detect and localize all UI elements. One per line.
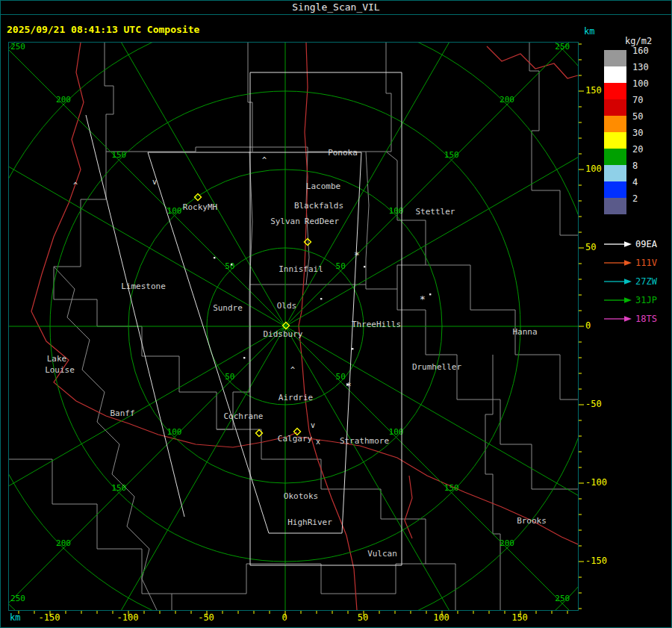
county-boundary <box>105 43 113 152</box>
county-boundary <box>426 265 578 400</box>
radar-map[interactable]: 5010015020025050100150200250501001502002… <box>8 42 579 611</box>
city-label: Sundre <box>213 303 243 313</box>
radar-id-label: 31JP <box>635 295 657 305</box>
range-label: 250 <box>555 43 570 52</box>
marker-caret-up-icon: ^ <box>262 156 267 164</box>
city-label: Stettler <box>416 207 455 217</box>
range-label: 150 <box>111 150 126 160</box>
range-label: 150 <box>444 483 459 493</box>
legend-unit-label: kg/m2 <box>625 36 652 46</box>
radar-app-window: Single_Scan_VIL 2025/09/21 08:41:13 UTC … <box>0 0 672 628</box>
scan-timestamp: 2025/09/21 08:41:13 UTC Composite <box>7 24 199 35</box>
scale-value-label: 4 <box>632 177 638 187</box>
radar-arrow-icon <box>603 277 634 286</box>
town-dot-icon <box>346 384 348 385</box>
scale-value-label: 20 <box>632 144 643 155</box>
scale-value-label: 130 <box>632 62 649 72</box>
city-label: HighRiver <box>287 517 332 527</box>
scan-coverage-outline <box>86 115 184 517</box>
scale-color-swatch <box>604 165 626 181</box>
radar-arrow-icon <box>603 296 634 305</box>
county-boundary <box>172 564 426 594</box>
city-label: Ponoka <box>328 148 358 158</box>
city-label: Banff <box>110 408 134 418</box>
range-label: 250 <box>555 594 570 603</box>
radar-id-label: 27ZW <box>635 276 657 287</box>
range-label: 100 <box>167 206 182 216</box>
city-label: Brooks <box>517 516 547 526</box>
range-label: 50 <box>336 372 346 382</box>
county-boundary <box>366 152 369 285</box>
range-label: 200 <box>500 538 514 548</box>
city-label: Calgary <box>278 434 313 444</box>
scale-value-label: 70 <box>632 95 643 105</box>
city-label: Cochrane <box>224 411 264 421</box>
city-label: Airdrie <box>279 393 313 402</box>
right-axis-label: 100 <box>585 164 602 174</box>
right-axis-label: 0 <box>585 320 591 331</box>
range-label: 200 <box>500 95 514 105</box>
right-axis-label: -50 <box>585 399 602 409</box>
marker-star-icon: * <box>354 249 360 261</box>
city-label: Olds <box>277 301 297 311</box>
city-label: Lake <box>47 354 67 364</box>
town-dot-icon <box>231 264 232 265</box>
scale-value-label: 50 <box>632 111 643 122</box>
city-label: Lacombe <box>306 181 340 191</box>
radar-id-label: 09EA <box>635 239 657 249</box>
town-dot-icon <box>429 293 431 295</box>
city-label: Hanna <box>512 327 537 337</box>
scale-color-swatch <box>604 50 626 66</box>
marker-caret-up-icon: ^ <box>73 181 78 190</box>
radar-id-label: 111V <box>635 258 657 268</box>
radar-id-label: 18TS <box>635 314 657 324</box>
right-axis-ticks <box>579 43 586 610</box>
right-axis-unit-label: km <box>584 26 594 37</box>
range-label: 50 <box>225 261 234 271</box>
scale-color-swatch <box>604 99 626 116</box>
county-boundary <box>54 299 217 429</box>
city-label: RedDeer <box>305 217 340 226</box>
range-label: 50 <box>336 261 346 271</box>
scale-color-swatch <box>604 181 626 198</box>
marker-cross-icon: x <box>316 438 320 446</box>
city-label: Blackfalds <box>294 201 343 211</box>
marker-caret-up-icon: ^ <box>290 366 295 374</box>
city-label: Vulcan <box>367 549 397 559</box>
county-boundary <box>54 267 157 610</box>
city-label: Didsbury <box>264 329 303 339</box>
marker-caret-down-icon: v <box>152 178 157 186</box>
scale-color-swatch <box>604 116 626 132</box>
city-label: RockyMH <box>183 202 217 212</box>
town-dot-icon <box>320 298 322 299</box>
radar-arrow-icon <box>603 240 634 249</box>
city-label: Louise <box>45 365 75 375</box>
town-dot-icon <box>364 266 365 267</box>
radar-map-canvas: 5010015020025050100150200250501001502002… <box>9 43 578 610</box>
scale-color-swatch <box>604 83 626 99</box>
scale-value-label: 160 <box>632 46 649 56</box>
marker-caret-down-icon: v <box>311 421 315 429</box>
radar-arrow-icon <box>603 314 634 323</box>
range-label: 100 <box>389 206 404 216</box>
highway-line <box>297 437 578 544</box>
city-label: Drumheller <box>412 362 462 372</box>
city-label: Sylvan <box>270 217 300 226</box>
range-label: 250 <box>10 43 25 52</box>
scale-value-label: 8 <box>632 161 638 171</box>
county-boundary <box>457 400 578 489</box>
scale-color-swatch <box>604 198 626 214</box>
scale-value-label: 2 <box>632 193 638 204</box>
county-boundary <box>54 152 106 299</box>
bottom-axis-ticks <box>9 611 578 618</box>
right-axis-label: -100 <box>585 477 607 488</box>
county-boundary <box>485 355 500 610</box>
highway-line <box>405 476 412 538</box>
range-label: 100 <box>167 427 182 437</box>
scale-value-label: 30 <box>632 128 643 138</box>
scale-color-swatch <box>604 149 626 165</box>
right-axis-label: 150 <box>585 85 602 96</box>
scale-value-label: 100 <box>632 78 649 89</box>
right-axis-label: -150 <box>585 556 607 566</box>
highway-line <box>31 43 297 447</box>
